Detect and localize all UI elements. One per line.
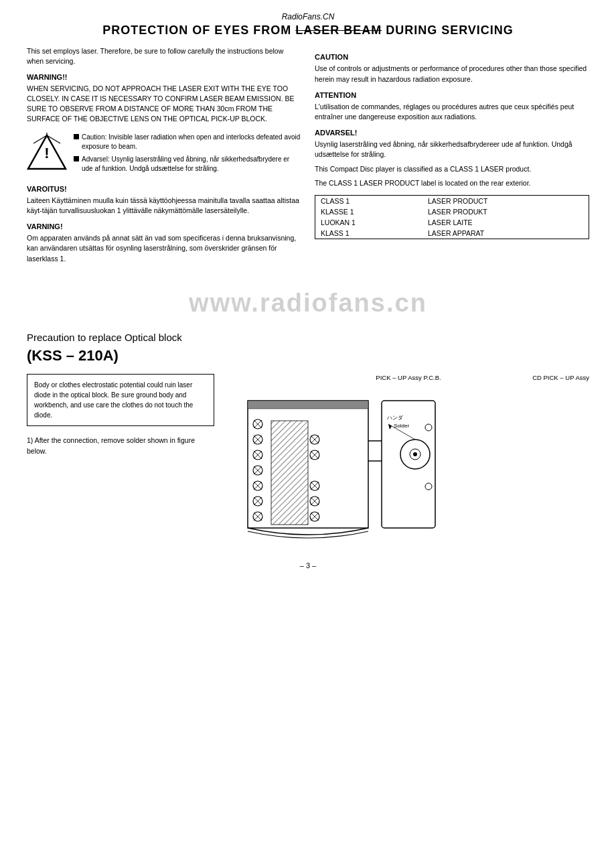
laser-table-cell-3-1: LASER APPARAT <box>422 228 589 239</box>
attention-body: L'utilisation de commandes, réglages ou … <box>315 102 589 122</box>
caution-list: Caution: Invisible laser radiation when … <box>74 133 301 177</box>
title-part2: DURING SERVICING <box>382 23 514 37</box>
laser-table-cell-1-0: KLASSE 1 <box>315 206 422 217</box>
laser-table-cell-3-0: KLASS 1 <box>315 228 422 239</box>
title-strikethrough: LASER BEAM <box>295 23 382 37</box>
advarsel-title: ADVARSEL! <box>315 129 589 137</box>
laser-table-cell-0-1: LASER PRODUCT <box>422 196 589 206</box>
page-number: – 3 – <box>27 561 589 570</box>
caution-item-2: Advarsel: Usynlig laserstråling ved åbni… <box>74 155 301 174</box>
bottom-right: PICK – UP Assy P.C.B. CD PICK – UP Assy <box>228 374 589 548</box>
svg-text:ハンダ: ハンダ <box>386 415 404 421</box>
site-name: RadioFans.CN <box>282 12 335 21</box>
svg-point-49 <box>425 424 432 431</box>
attention-title: ATTENTION <box>315 91 589 99</box>
varning-body: Om apparaten används på annat sätt än va… <box>27 233 301 264</box>
caution-text-1: Caution: Invisible laser radiation when … <box>82 133 301 152</box>
varning-title: VARNING! <box>27 222 301 230</box>
diagram-area: PICK – UP Assy P.C.B. CD PICK – UP Assy <box>228 374 589 548</box>
laser-table-cell-2-1: LASER LAITE <box>422 217 589 228</box>
laser-table-cell-0-0: CLASS 1 <box>315 196 422 206</box>
svg-rect-7 <box>248 401 368 409</box>
class-text2: The CLASS 1 LASER PRODUCT label is locat… <box>315 178 589 188</box>
laser-table-cell-2-0: LUOKAN 1 <box>315 217 422 228</box>
laser-table-inner: CLASS 1LASER PRODUCTKLASSE 1LASER PRODUK… <box>315 196 589 239</box>
title-part1: PROTECTION OF EYES FROM <box>102 23 295 37</box>
model-heading: (KSS – 210A) <box>27 347 589 364</box>
warning1-title: WARNING!! <box>27 73 301 81</box>
bullet-2 <box>74 156 79 161</box>
warning-note-text: Body or clothes electrostatic potential … <box>34 381 193 419</box>
pcb-diagram-svg: ハンダ Solder <box>228 387 455 548</box>
warning-note-box: Body or clothes electrostatic potential … <box>27 374 214 426</box>
class-text1: This Compact Disc player is classified a… <box>315 164 589 174</box>
laser-classification-table: CLASS 1LASER PRODUCTKLASSE 1LASER PRODUK… <box>315 195 589 239</box>
page-title: PROTECTION OF EYES FROM LASER BEAM DURIN… <box>27 23 589 38</box>
bullet-1 <box>74 134 79 139</box>
right-column: CAUTION Use of controls or adjustments o… <box>315 46 589 267</box>
intro-text: This set employs laser. Therefore, be su… <box>27 46 301 66</box>
advarsel-body: Usynlig laserstråling ved åbning, når si… <box>315 139 589 159</box>
varoitus-title: VAROITUS! <box>27 185 301 193</box>
step1-text: 1) After the connection, remove solder s… <box>27 436 214 456</box>
precaution-section: Precaution to replace Optical block (KSS… <box>27 332 589 548</box>
site-title: RadioFans.CN <box>27 12 589 21</box>
diagram-label-cd: CD PICK – UP Assy <box>532 374 589 381</box>
caution-body: Use of controls or adjustments or perfor… <box>315 64 589 84</box>
main-two-col: This set employs laser. Therefore, be su… <box>27 46 589 267</box>
svg-text:!: ! <box>44 145 49 161</box>
svg-point-50 <box>425 483 432 490</box>
caution-title: CAUTION <box>315 53 589 61</box>
laser-warning-box: ! Caution: Invisible laser radiation whe… <box>27 133 301 177</box>
caution-text-2: Advarsel: Usynlig laserstråling ved åbni… <box>82 155 301 174</box>
precaution-heading: Precaution to replace Optical block <box>27 332 589 343</box>
svg-rect-44 <box>271 421 308 525</box>
varoitus-body: Laiteen Käyttäminen muulla kuin tässä kä… <box>27 196 301 216</box>
diagram-label-top: PICK – UP Assy P.C.B. <box>376 374 441 381</box>
caution-item-1: Caution: Invisible laser radiation when … <box>74 133 301 152</box>
bottom-left: Body or clothes electrostatic potential … <box>27 374 214 456</box>
laser-triangle-icon: ! <box>27 133 67 173</box>
svg-text:Solder: Solder <box>394 423 409 429</box>
bottom-two-col: Body or clothes electrostatic potential … <box>27 374 589 548</box>
left-column: This set employs laser. Therefore, be su… <box>27 46 301 267</box>
warning1-body: WHEN SERVICING, DO NOT APPROACH THE LASE… <box>27 84 301 125</box>
svg-point-48 <box>413 452 417 456</box>
watermark: www.radiofans.cn <box>27 288 589 319</box>
laser-table-cell-1-1: LASER PRODUKT <box>422 206 589 217</box>
